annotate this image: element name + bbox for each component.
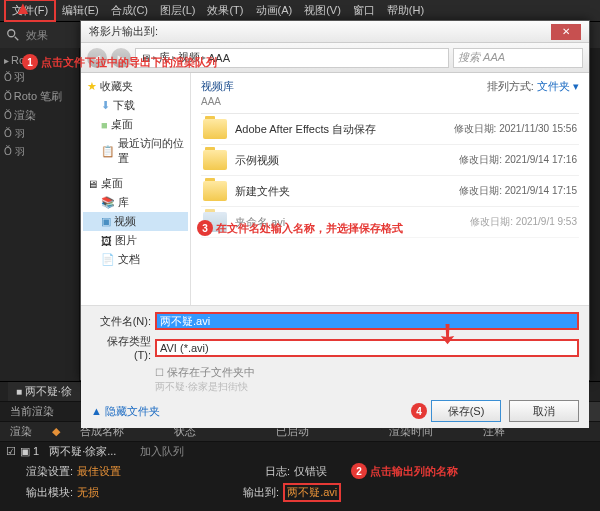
menu-view[interactable]: 视图(V) <box>298 1 347 20</box>
sort-dropdown[interactable]: 文件夹 ▾ <box>537 80 579 92</box>
panel-item[interactable]: Ŏ 羽 <box>4 68 75 87</box>
subfolder-path: 两不疑·徐家是扫街快 <box>91 380 579 394</box>
menu-help[interactable]: 帮助(H) <box>381 1 430 20</box>
sidebar-downloads[interactable]: ⬇下载 <box>83 96 188 115</box>
comp-tab[interactable]: ■ 两不疑·徐 <box>8 382 80 401</box>
sidebar-doc[interactable]: 📄 文档 <box>83 250 188 269</box>
panel-item[interactable]: Ŏ 渲染 <box>4 106 75 125</box>
filetype-select[interactable] <box>155 339 579 357</box>
dialog-title: 将影片输出到: <box>89 24 158 39</box>
svg-line-1 <box>15 37 19 41</box>
hide-folders-link[interactable]: ▲ 隐藏文件夹 <box>91 404 160 419</box>
menu-anim[interactable]: 动画(A) <box>250 1 299 20</box>
annotation-2: 2 点击输出列的名称 <box>351 463 458 479</box>
menu-file[interactable]: 文件(F) <box>4 0 56 22</box>
filename-label: 文件名(N): <box>91 314 151 329</box>
dialog-bottom: 文件名(N): 保存类型(T): ☐ 保存在子文件夹中 两不疑·徐家是扫街快 ▲… <box>81 305 589 428</box>
list-item[interactable]: Adobe After Effects 自动保存修改日期: 2021/11/30… <box>201 114 579 145</box>
panel-item[interactable]: Ŏ 羽 <box>4 143 75 161</box>
folder-sidebar: ★收藏夹 ⬇下载 ■桌面 📋 最近访问的位置 🖥 桌面 📚 库 ▣视频 🖼 图片… <box>81 73 191 305</box>
app-menu-bar: 文件(F) 编辑(E) 合成(C) 图层(L) 效果(T) 动画(A) 视图(V… <box>0 0 600 22</box>
annotation-badge-1: 1 <box>22 54 38 70</box>
save-button[interactable]: 保存(S) <box>431 400 501 422</box>
list-item[interactable]: 新建文件夹修改日期: 2021/9/14 17:15 <box>201 176 579 207</box>
output-file-link[interactable]: 两不疑.avi <box>283 483 341 502</box>
folder-icon <box>203 119 227 139</box>
render-item-row[interactable]: ☑▣ 1 两不疑·徐家... 加入队列 <box>0 442 600 461</box>
sort-label: 排列方式: 文件夹 ▾ <box>487 79 579 94</box>
annotation-3: 3 在文件名处输入名称，并选择保存格式 <box>197 220 579 236</box>
search-input[interactable]: 搜索 AAA <box>453 48 583 68</box>
save-dialog: 将影片输出到: ✕ ◄ ► 🖥 ▸ 库 ▸ 视频 ▸ AAA 搜索 AAA ★收… <box>80 20 590 380</box>
menu-effect[interactable]: 效果(T) <box>201 1 249 20</box>
magnify-icon[interactable] <box>6 28 20 42</box>
file-content: 视频库 排列方式: 文件夹 ▾ AAA Adobe After Effects … <box>191 73 589 305</box>
annotation-1: 1 点击文件下拉中的导出下的渲染队列 <box>22 54 217 70</box>
annotation-badge-2: 2 <box>351 463 367 479</box>
sidebar-recent[interactable]: 📋 最近访问的位置 <box>83 134 188 168</box>
close-button[interactable]: ✕ <box>551 24 581 40</box>
folder-icon <box>203 150 227 170</box>
left-panel: ▸ Roto Ŏ 羽 Ŏ Roto 笔刷 Ŏ 渲染 Ŏ 羽 Ŏ 羽 <box>0 48 80 381</box>
menu-compose[interactable]: 合成(C) <box>105 1 154 20</box>
output-module-link[interactable]: 无损 <box>77 485 99 500</box>
current-render-label: 当前渲染 <box>0 404 64 419</box>
menu-window[interactable]: 窗口 <box>347 1 381 20</box>
sidebar-desktop[interactable]: ■桌面 <box>83 115 188 134</box>
cancel-button[interactable]: 取消 <box>509 400 579 422</box>
sidebar-desktop2[interactable]: 🖥 桌面 <box>83 174 188 193</box>
render-settings-link[interactable]: 最佳设置 <box>77 464 121 479</box>
list-item[interactable]: 示例视频修改日期: 2021/9/14 17:16 <box>201 145 579 176</box>
filetype-label: 保存类型(T): <box>91 334 151 361</box>
panel-item[interactable]: Ŏ Roto 笔刷 <box>4 87 75 106</box>
annotation-badge-4: 4 <box>411 403 427 419</box>
sidebar-pic[interactable]: 🖼 图片 <box>83 231 188 250</box>
sidebar-favorites[interactable]: ★收藏夹 <box>83 77 188 96</box>
menu-edit[interactable]: 编辑(E) <box>56 1 105 20</box>
dialog-titlebar: 将影片输出到: ✕ <box>81 21 589 43</box>
annotation-badge-3: 3 <box>197 220 213 236</box>
content-subtitle: AAA <box>201 96 579 107</box>
sidebar-lib[interactable]: 📚 库 <box>83 193 188 212</box>
sidebar-video[interactable]: ▣视频 <box>83 212 188 231</box>
content-title: 视频库 <box>201 79 234 94</box>
svg-point-0 <box>8 30 15 37</box>
folder-icon <box>203 181 227 201</box>
panel-item[interactable]: Ŏ 羽 <box>4 125 75 143</box>
save-subfolder-check[interactable]: ☐ 保存在子文件夹中 <box>91 365 579 380</box>
menu-layer[interactable]: 图层(L) <box>154 1 201 20</box>
filename-input[interactable] <box>155 312 579 330</box>
